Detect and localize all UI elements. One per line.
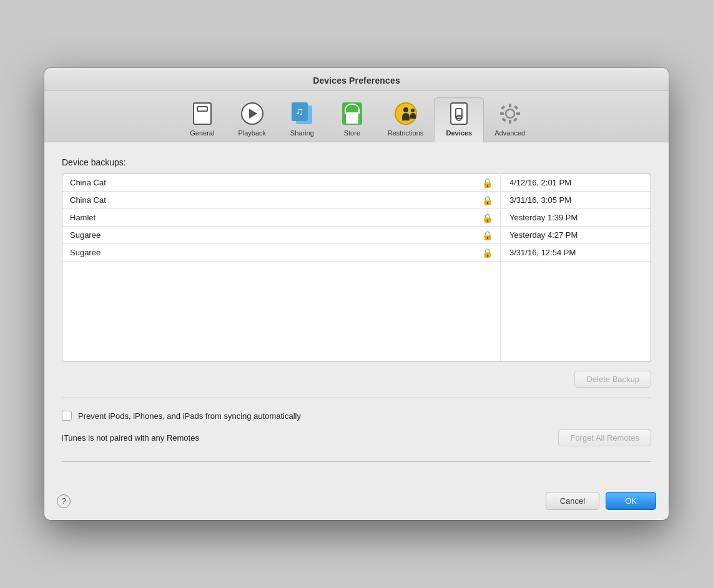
backup-date: 3/31/16, 3:05 PM [501,192,651,208]
svg-rect-0 [456,109,462,119]
svg-rect-3 [509,104,511,107]
footer: ? Cancel OK [44,484,669,520]
lock-icon: 🔒 [482,195,493,205]
tab-devices-label: Devices [446,129,472,137]
svg-rect-10 [514,105,518,110]
separator-1 [62,398,651,398]
help-button[interactable]: ? [57,494,71,508]
title-bar: Devices Preferences [44,68,669,91]
remotes-status-text: iTunes is not paired with any Remotes [62,433,199,443]
device-name: Hamlet 🔒 [62,210,501,226]
lock-icon: 🔒 [482,248,493,258]
forget-remotes-button[interactable]: Forget All Remotes [558,429,651,446]
tab-general-label: General [190,129,214,137]
prevent-sync-checkbox[interactable] [62,411,72,421]
tab-store-label: Store [344,129,360,137]
backup-date: Yesterday 1:39 PM [501,210,651,225]
backup-date: Yesterday 4:27 PM [501,227,651,243]
tab-advanced-label: Advanced [494,129,525,137]
lock-icon: 🔒 [482,230,493,240]
prevent-sync-row: Prevent iPods, iPhones, and iPads from s… [62,411,651,421]
preferences-window: Devices Preferences General Playback ♫ [44,68,669,520]
devices-icon [447,102,471,125]
table-row[interactable]: China Cat 🔒 4/12/16, 2:01 PM [62,174,651,192]
table-row[interactable]: China Cat 🔒 3/31/16, 3:05 PM [62,192,651,209]
svg-point-1 [458,115,460,117]
lock-icon: 🔒 [482,213,493,223]
svg-rect-8 [513,117,517,122]
svg-point-2 [506,109,514,118]
svg-rect-9 [501,117,506,122]
svg-rect-5 [500,112,504,115]
remotes-row: iTunes is not paired with any Remotes Fo… [62,427,651,449]
general-icon [190,102,214,125]
tab-general[interactable]: General [177,97,227,142]
main-content: Device backups: China Cat 🔒 4/12/16, 2:0… [44,142,669,484]
backup-date: 3/31/16, 12:54 PM [501,245,651,260]
svg-rect-6 [516,112,520,115]
backup-table: China Cat 🔒 4/12/16, 2:01 PM China Cat 🔒… [62,174,651,362]
ok-button[interactable]: OK [606,492,656,510]
playback-icon [240,102,264,125]
tab-advanced[interactable]: Advanced [484,97,536,142]
prevent-sync-label: Prevent iPods, iPhones, and iPads from s… [78,411,301,421]
delete-backup-row: Delete Backup [62,371,651,388]
tab-playback[interactable]: Playback [227,97,277,142]
tab-restrictions[interactable]: Restrictions [377,97,434,142]
device-name: Sugaree 🔒 [62,227,501,243]
tab-sharing-label: Sharing [290,129,314,137]
window-title: Devices Preferences [57,76,656,86]
table-row[interactable]: Sugaree 🔒 Yesterday 4:27 PM [62,227,651,244]
tab-store[interactable]: Store [327,97,377,142]
device-name: China Cat 🔒 [62,175,501,191]
tab-restrictions-label: Restrictions [388,129,423,137]
tab-playback-label: Playback [238,129,266,137]
footer-buttons: Cancel OK [546,492,656,510]
svg-rect-7 [501,105,505,110]
empty-table-area [62,262,651,361]
options-section: Prevent iPods, iPhones, and iPads from s… [62,408,651,451]
lock-icon: 🔒 [482,178,493,188]
device-name: Sugaree 🔒 [62,245,501,261]
sharing-icon: ♫ [290,102,314,125]
device-name: China Cat 🔒 [62,192,501,208]
separator-2 [62,461,651,462]
toolbar: General Playback ♫ Sharing Store [44,91,669,142]
tab-sharing[interactable]: ♫ Sharing [277,97,327,142]
table-row[interactable]: Hamlet 🔒 Yesterday 1:39 PM [62,209,651,227]
delete-backup-button[interactable]: Delete Backup [574,371,651,388]
restrictions-icon [394,102,418,125]
tab-devices[interactable]: Devices [434,97,484,142]
store-icon [340,102,364,125]
table-row[interactable]: Sugaree 🔒 3/31/16, 12:54 PM [62,244,651,262]
section-label: Device backups: [62,157,651,167]
svg-rect-4 [509,120,511,124]
backup-date: 4/12/16, 2:01 PM [501,175,651,190]
cancel-button[interactable]: Cancel [546,492,599,510]
advanced-icon [498,102,522,125]
